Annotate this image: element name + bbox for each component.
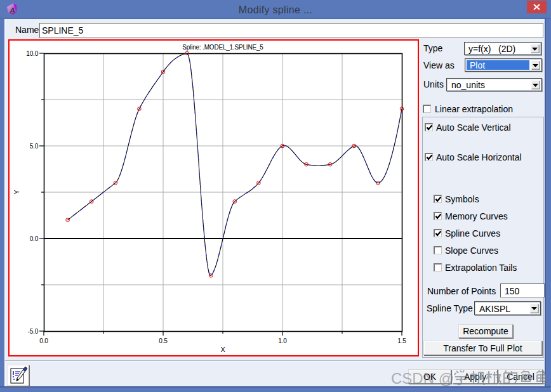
svg-text:Spline: .MODEL_1.SPLINE_5: Spline: .MODEL_1.SPLINE_5 — [182, 44, 263, 51]
svg-text:-5.0: -5.0 — [28, 328, 39, 335]
svg-text:0.0: 0.0 — [30, 235, 39, 242]
svg-text:10.0: 10.0 — [26, 50, 38, 57]
svg-text:A: A — [10, 6, 15, 14]
svg-text:1.5: 1.5 — [397, 337, 406, 344]
svg-text:X: X — [220, 346, 225, 353]
svg-text:0.5: 0.5 — [159, 337, 168, 344]
svg-text:1.0: 1.0 — [278, 337, 287, 344]
svg-text:Y: Y — [13, 190, 20, 195]
svg-text:5.0: 5.0 — [30, 143, 39, 150]
svg-text:0.0: 0.0 — [39, 337, 48, 344]
